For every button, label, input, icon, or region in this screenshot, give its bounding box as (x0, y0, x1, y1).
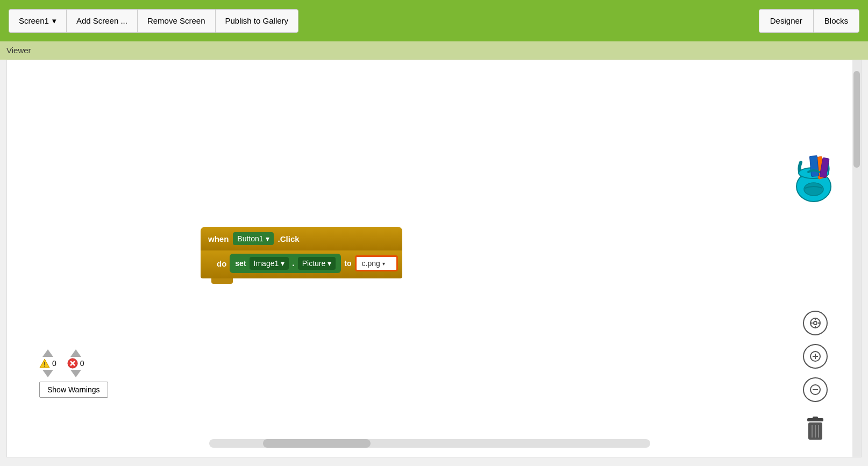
svg-point-12 (814, 321, 817, 325)
zoom-out-icon (809, 384, 821, 396)
add-screen-label: Add Screen ... (76, 16, 127, 25)
warning-count-row: ! 0 (39, 358, 56, 369)
horizontal-scrollbar[interactable] (209, 439, 650, 448)
center-view-button[interactable] (803, 311, 828, 335)
blocks-label: Blocks (824, 16, 848, 25)
block-group: when Button1 ▾ .Click do set Image1 ▾ . (201, 227, 402, 284)
center-icon (809, 317, 822, 329)
error-count-row: 0 (67, 358, 84, 369)
publish-label: Publish to Gallery (225, 16, 289, 25)
button1-dropdown-arrow: ▾ (266, 234, 269, 243)
value-text: c.png (362, 259, 380, 268)
svg-text:!: ! (44, 361, 46, 368)
zoom-out-button[interactable] (803, 377, 828, 402)
picture-dropdown[interactable]: Picture ▾ (298, 257, 336, 270)
when-label: when (208, 234, 229, 243)
designer-label: Designer (770, 16, 802, 25)
value-block[interactable]: c.png ▾ (355, 255, 398, 271)
right-side-icons (786, 146, 845, 446)
dot-separator: . (292, 259, 294, 268)
svg-point-6 (804, 183, 823, 196)
warning-group: ! 0 (39, 349, 56, 377)
error-count: 0 (80, 359, 84, 368)
bottom-bar (7, 430, 852, 457)
zoom-in-button[interactable] (803, 344, 828, 369)
show-warnings-label: Show Warnings (47, 385, 100, 394)
toolbar-right: Designer Blocks (759, 9, 859, 33)
scrollbar-thumb[interactable] (853, 71, 860, 168)
image1-dropdown-arrow: ▾ (281, 259, 284, 268)
image1-dropdown[interactable]: Image1 ▾ (250, 257, 289, 270)
publish-to-gallery-button[interactable]: Publish to Gallery (215, 9, 299, 33)
error-group: 0 (67, 349, 84, 377)
h-scrollbar-thumb[interactable] (263, 439, 371, 448)
button1-dropdown[interactable]: Button1 ▾ (233, 232, 273, 245)
error-down-arrow[interactable] (70, 370, 81, 377)
set-label: set (235, 259, 246, 268)
to-label: to (344, 259, 351, 268)
add-screen-button[interactable]: Add Screen ... (66, 9, 137, 33)
click-label: .Click (278, 234, 300, 243)
warning-count: 0 (52, 359, 56, 368)
canvas-area: when Button1 ▾ .Click do set Image1 ▾ . (6, 60, 862, 457)
set-block: set Image1 ▾ . Picture ▾ (230, 254, 341, 273)
do-block: do set Image1 ▾ . Picture ▾ to c.png (201, 250, 402, 278)
svg-rect-27 (813, 417, 818, 419)
warning-triangle-icon: ! (39, 358, 50, 369)
warning-down-arrow[interactable] (42, 370, 53, 377)
picture-dropdown-arrow: ▾ (328, 259, 331, 268)
when-block: when Button1 ▾ .Click (201, 227, 402, 250)
warning-counters: ! 0 0 (39, 349, 108, 377)
screen1-button[interactable]: Screen1 ▾ (9, 9, 66, 33)
show-warnings-button[interactable]: Show Warnings (39, 382, 108, 398)
screen1-arrow-icon: ▾ (52, 16, 56, 26)
picture-label: Picture (302, 259, 326, 268)
vertical-scrollbar[interactable] (852, 60, 861, 457)
button1-label: Button1 (237, 234, 263, 243)
zoom-in-icon (809, 350, 821, 362)
viewer-label: Viewer (6, 46, 31, 55)
blocks-button[interactable]: Blocks (813, 9, 859, 33)
warning-area: ! 0 0 (39, 349, 108, 398)
warning-up-arrow[interactable] (42, 349, 53, 357)
screen1-label: Screen1 (19, 16, 49, 25)
do-label: do (217, 259, 226, 268)
backpack-svg (786, 146, 845, 205)
remove-screen-label: Remove Screen (147, 16, 205, 25)
backpack-icon (786, 146, 845, 205)
svg-rect-9 (809, 155, 819, 176)
error-up-arrow[interactable] (70, 349, 81, 357)
block-nub (211, 278, 233, 284)
blocks-canvas[interactable]: when Button1 ▾ .Click do set Image1 ▾ . (7, 60, 852, 430)
toolbar: Screen1 ▾ Add Screen ... Remove Screen P… (0, 0, 868, 41)
viewer-section: Viewer (0, 41, 868, 60)
designer-button[interactable]: Designer (759, 9, 813, 33)
value-dropdown-arrow: ▾ (382, 261, 385, 267)
image1-label: Image1 (254, 259, 279, 268)
error-circle-icon (67, 358, 78, 369)
remove-screen-button[interactable]: Remove Screen (137, 9, 215, 33)
